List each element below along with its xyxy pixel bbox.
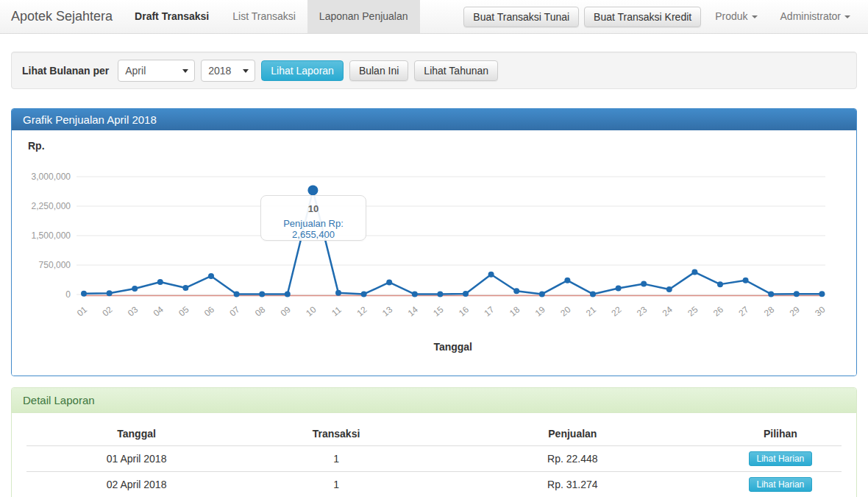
sales-chart-panel: Grafik Penjualan April 2018 Rp. 0750,000… [11, 108, 857, 376]
detail-panel-title: Detail Laporan [12, 388, 856, 413]
table-row: 01 April 2018 1 Rp. 22.448 Lihat Harian [26, 446, 842, 472]
administrator-dropdown[interactable]: Administrator [772, 0, 859, 33]
navbar-right: Buat Transaksi Tunai Buat Transaksi Kred… [463, 0, 868, 33]
svg-text:27: 27 [736, 304, 750, 319]
svg-text:10: 10 [304, 304, 318, 319]
cell-tanggal: 01 April 2018 [26, 446, 246, 472]
cell-transaksi: 1 [246, 472, 426, 497]
chart-point[interactable] [307, 185, 318, 195]
produk-dropdown[interactable]: Produk [706, 0, 766, 33]
svg-text:01: 01 [75, 304, 89, 319]
column-header-tanggal: Tanggal [26, 423, 246, 446]
svg-text:750,000: 750,000 [39, 260, 71, 270]
column-header-transaksi: Transaksi [246, 423, 426, 446]
chart-point[interactable] [157, 279, 163, 285]
chart-point[interactable] [743, 278, 749, 283]
chart-point[interactable] [794, 291, 800, 297]
chart-point[interactable] [641, 281, 647, 287]
lihat-harian-button[interactable]: Lihat Harian [749, 477, 813, 492]
chart-point[interactable] [335, 290, 341, 296]
lihat-harian-button[interactable]: Lihat Harian [749, 451, 813, 466]
nav-item-list-transaksi[interactable]: List Transaksi [221, 0, 307, 33]
svg-text:2,250,000: 2,250,000 [32, 201, 71, 211]
cell-tanggal: 02 April 2018 [26, 472, 246, 497]
chart-point[interactable] [463, 291, 469, 297]
svg-text:11: 11 [330, 304, 344, 318]
year-select[interactable]: 2018 [201, 60, 255, 82]
chart-point[interactable] [361, 291, 367, 297]
cell-pilihan: Lihat Harian [719, 446, 842, 472]
lihat-laporan-button[interactable]: Lihat Laporan [261, 60, 344, 81]
svg-text:15: 15 [431, 304, 445, 319]
filter-label: Lihat Bulanan per [22, 65, 109, 77]
chart-point[interactable] [513, 288, 519, 294]
nav-item-draft-transaksi[interactable]: Draft Transaksi [123, 0, 221, 33]
svg-text:16: 16 [457, 304, 471, 319]
brand-link[interactable]: Apotek Sejahtera [11, 0, 113, 33]
caret-down-icon [844, 15, 850, 18]
chart-point[interactable] [437, 292, 443, 297]
nav-item-laporan-penjualan[interactable]: Laponan Penjualan [307, 0, 420, 33]
svg-text:09: 09 [279, 304, 293, 319]
bulan-ini-button[interactable]: Bulan Ini [349, 60, 408, 81]
chart-point[interactable] [285, 292, 291, 297]
buat-transaksi-kredit-button[interactable]: Buat Transaksi Kredit [584, 7, 701, 27]
administrator-dropdown-label: Administrator [780, 10, 841, 22]
svg-text:08: 08 [253, 304, 267, 319]
buat-transaksi-tunai-button[interactable]: Buat Transaksi Tunai [463, 7, 579, 27]
chart-point[interactable] [107, 290, 113, 296]
svg-text:25: 25 [686, 304, 700, 319]
chart-tooltip: 10 Penjualan Rp: 2,655,400 [260, 195, 366, 241]
svg-text:06: 06 [202, 304, 216, 319]
navbar: Apotek Sejahtera Draft Transaksi List Tr… [0, 0, 868, 34]
chart-point[interactable] [208, 273, 214, 279]
chart-point[interactable] [412, 292, 418, 297]
svg-text:20: 20 [558, 304, 572, 319]
svg-text:23: 23 [635, 304, 649, 319]
report-table: Tanggal Transaksi Penjualan Pilihan 01 A… [26, 423, 842, 497]
chart-point[interactable] [539, 291, 545, 297]
chart-panel-title: Grafik Penjualan April 2018 [12, 109, 856, 130]
column-header-penjualan: Penjualan [426, 423, 719, 446]
chart-point[interactable] [768, 291, 774, 297]
svg-text:28: 28 [762, 304, 776, 319]
chart-point[interactable] [182, 285, 188, 291]
svg-text:12: 12 [355, 304, 369, 319]
caret-down-icon [752, 15, 758, 18]
chart-point[interactable] [386, 279, 392, 285]
month-select-wrap: April [118, 60, 195, 82]
svg-text:3,000,000: 3,000,000 [32, 172, 71, 182]
lihat-tahunan-button[interactable]: Lihat Tahunan [414, 60, 498, 81]
svg-text:22: 22 [609, 304, 623, 319]
svg-text:19: 19 [533, 304, 547, 319]
svg-text:30: 30 [813, 304, 827, 319]
detail-panel: Detail Laporan Tanggal Transaksi Penjual… [11, 387, 857, 497]
chart-point[interactable] [666, 286, 672, 292]
svg-text:03: 03 [126, 304, 140, 319]
sales-chart-svg[interactable]: 0750,0001,500,0002,250,0003,000,00001020… [12, 130, 855, 376]
chart-point[interactable] [488, 272, 494, 278]
chart-point[interactable] [132, 286, 138, 292]
cell-penjualan: Rp. 31.274 [426, 472, 719, 497]
chart-point[interactable] [616, 285, 622, 291]
month-select[interactable]: April [118, 60, 195, 82]
year-select-wrap: 2018 [201, 60, 255, 82]
svg-text:1,500,000: 1,500,000 [32, 230, 71, 241]
chart-point[interactable] [234, 291, 240, 297]
chart-point[interactable] [819, 291, 825, 297]
chart-point[interactable] [717, 281, 723, 287]
cell-pilihan: Lihat Harian [719, 472, 842, 497]
svg-text:13: 13 [380, 304, 394, 319]
chart-point[interactable] [564, 278, 570, 283]
chart-point[interactable] [259, 292, 265, 297]
chart-point[interactable] [590, 291, 596, 297]
chart-point[interactable] [81, 291, 87, 297]
svg-text:24: 24 [661, 304, 675, 319]
tooltip-value-label: Penjualan Rp: 2,655,400 [261, 218, 366, 240]
svg-text:04: 04 [152, 304, 166, 319]
detail-panel-body: Tanggal Transaksi Penjualan Pilihan 01 A… [12, 413, 856, 497]
column-header-pilihan: Pilihan [719, 423, 842, 446]
cell-penjualan: Rp. 22.448 [426, 446, 719, 472]
chart-body: Rp. 0750,0001,500,0002,250,0003,000,0000… [12, 130, 856, 376]
chart-point[interactable] [691, 269, 697, 275]
